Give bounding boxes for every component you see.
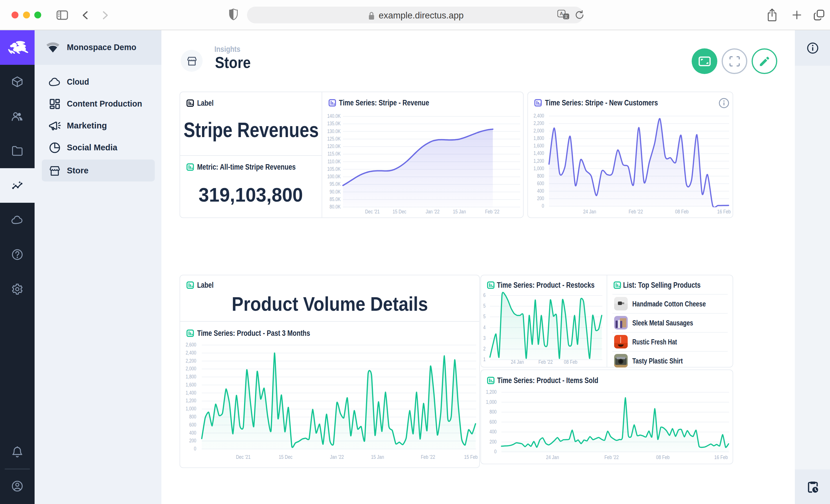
svg-text:文: 文 xyxy=(564,14,568,19)
svg-text:A: A xyxy=(560,11,563,16)
